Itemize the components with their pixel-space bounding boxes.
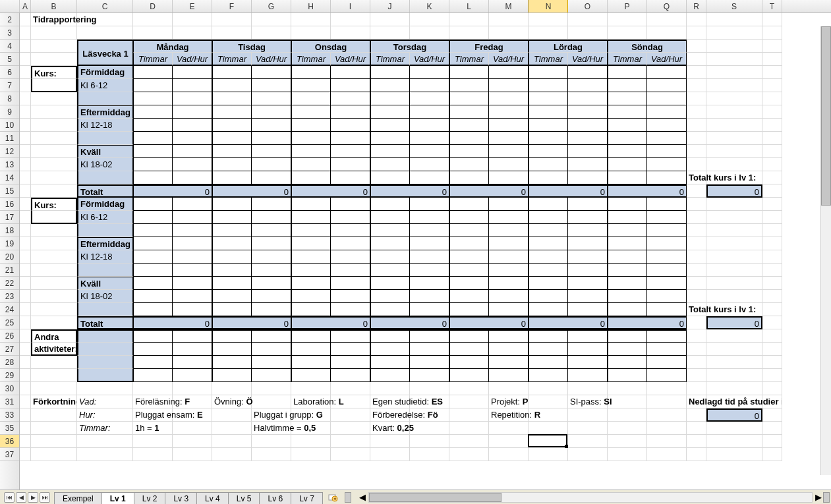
cell-A20[interactable]	[20, 250, 31, 264]
row-header-20[interactable]: 20	[0, 250, 19, 264]
cell-R30[interactable]	[687, 382, 706, 395]
cell-J37[interactable]	[370, 448, 410, 461]
andra-cell[interactable]	[647, 329, 687, 343]
cell-R7[interactable]	[687, 79, 706, 92]
data-cell[interactable]	[133, 277, 173, 290]
andra-cell[interactable]	[173, 369, 212, 382]
data-cell[interactable]	[647, 211, 687, 224]
col-header-K[interactable]: K	[410, 0, 449, 13]
cell-Q31[interactable]	[647, 395, 687, 408]
data-cell[interactable]	[133, 290, 173, 303]
cell-L31[interactable]	[449, 395, 489, 408]
data-cell[interactable]	[489, 66, 529, 79]
data-cell[interactable]	[212, 132, 252, 145]
cell-J36[interactable]	[370, 435, 410, 448]
cell-G2[interactable]	[252, 13, 291, 26]
cell-F33[interactable]	[212, 408, 252, 422]
data-cell[interactable]	[410, 79, 449, 92]
cell-R15[interactable]	[687, 184, 706, 198]
cell-B13[interactable]	[31, 158, 77, 171]
data-cell[interactable]	[449, 132, 489, 145]
cell-A5[interactable]	[20, 53, 31, 66]
data-cell[interactable]	[489, 79, 529, 92]
data-cell[interactable]	[370, 224, 410, 237]
data-cell[interactable]	[529, 264, 568, 277]
cell-D37[interactable]	[133, 448, 173, 461]
data-cell[interactable]	[410, 66, 449, 79]
data-cell[interactable]	[212, 277, 252, 290]
cell-K2[interactable]	[410, 13, 449, 26]
cell-B5[interactable]	[31, 53, 77, 66]
data-cell[interactable]	[410, 158, 449, 171]
col-header-T[interactable]: T	[762, 0, 782, 13]
data-cell[interactable]	[133, 198, 173, 211]
row-header-23[interactable]: 23	[0, 290, 19, 303]
cell-A14[interactable]	[20, 171, 31, 184]
cell-T5[interactable]	[762, 53, 782, 66]
data-cell[interactable]	[173, 224, 212, 237]
cell-T29[interactable]	[762, 369, 782, 382]
data-cell[interactable]	[133, 119, 173, 132]
row-header-36[interactable]: 36	[0, 435, 19, 448]
cell-S8[interactable]	[706, 92, 762, 105]
data-cell[interactable]	[410, 132, 449, 145]
cell-M36[interactable]	[489, 435, 529, 448]
cell-B22[interactable]	[31, 277, 77, 290]
data-cell[interactable]	[212, 211, 252, 224]
data-cell[interactable]	[529, 132, 568, 145]
data-cell[interactable]	[370, 198, 410, 211]
andra-cell[interactable]	[608, 329, 647, 343]
data-cell[interactable]	[647, 250, 687, 264]
data-cell[interactable]	[212, 250, 252, 264]
cell-B3[interactable]	[31, 26, 77, 40]
cell-R16[interactable]	[687, 198, 706, 211]
data-cell[interactable]	[568, 158, 608, 171]
cell-D36[interactable]	[133, 435, 173, 448]
andra-cell[interactable]	[212, 356, 252, 369]
cell-E36[interactable]	[173, 435, 212, 448]
cell-B18[interactable]	[31, 224, 77, 237]
row-header-13[interactable]: 13	[0, 158, 19, 171]
data-cell[interactable]	[133, 303, 173, 316]
data-cell[interactable]	[370, 171, 410, 184]
andra-cell[interactable]	[410, 343, 449, 356]
data-cell[interactable]	[410, 277, 449, 290]
data-cell[interactable]	[370, 92, 410, 105]
cell-R23[interactable]	[687, 290, 706, 303]
cell-B33[interactable]	[31, 408, 77, 422]
hscroll-right-icon[interactable]: ▶	[815, 492, 822, 502]
data-cell[interactable]	[173, 211, 212, 224]
cell-T7[interactable]	[762, 79, 782, 92]
col-header-D[interactable]: D	[133, 0, 173, 13]
data-cell[interactable]	[291, 105, 331, 119]
cell-S19[interactable]	[706, 237, 762, 250]
data-cell[interactable]	[647, 277, 687, 290]
cell-C30[interactable]	[77, 382, 133, 395]
cell-E2[interactable]	[173, 13, 212, 26]
data-cell[interactable]	[133, 132, 173, 145]
tab-last-button[interactable]: ⏭	[40, 492, 50, 503]
andra-cell[interactable]	[252, 329, 291, 343]
cell-B35[interactable]	[31, 422, 77, 435]
cell-M3[interactable]	[489, 26, 529, 40]
data-cell[interactable]	[647, 158, 687, 171]
data-cell[interactable]	[568, 105, 608, 119]
data-cell[interactable]	[529, 290, 568, 303]
col-header-I[interactable]: I	[331, 0, 370, 13]
data-cell[interactable]	[529, 303, 568, 316]
row-header-22[interactable]: 22	[0, 277, 19, 290]
cell-B37[interactable]	[31, 448, 77, 461]
cell-T36[interactable]	[762, 435, 782, 448]
cell-R22[interactable]	[687, 277, 706, 290]
data-cell[interactable]	[647, 132, 687, 145]
data-cell[interactable]	[608, 132, 647, 145]
row-header-11[interactable]: 11	[0, 132, 19, 145]
data-cell[interactable]	[370, 119, 410, 132]
data-cell[interactable]	[568, 171, 608, 184]
data-cell[interactable]	[370, 79, 410, 92]
data-cell[interactable]	[608, 171, 647, 184]
cell-A26[interactable]	[20, 329, 31, 343]
data-cell[interactable]	[291, 92, 331, 105]
cell-P35[interactable]	[608, 422, 647, 435]
cell-A6[interactable]	[20, 66, 31, 79]
